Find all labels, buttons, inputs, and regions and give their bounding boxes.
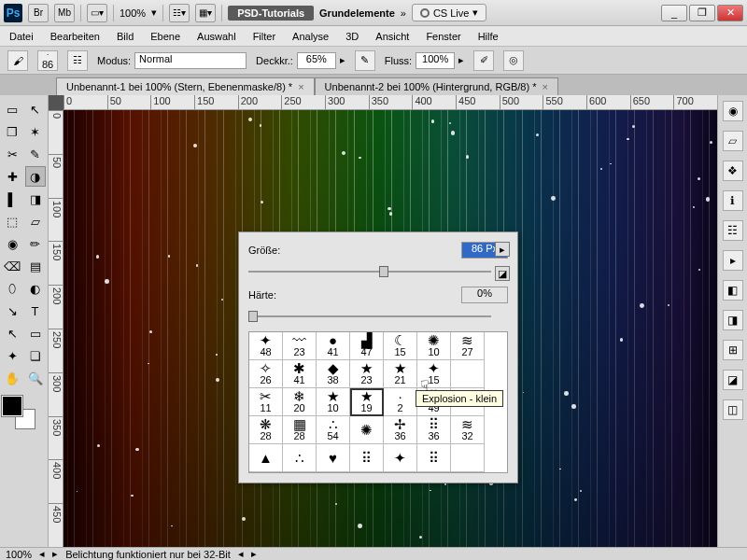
- tool-button[interactable]: ▭: [25, 323, 46, 343]
- close-tab-icon[interactable]: ×: [298, 81, 303, 92]
- brush-preset[interactable]: ✧26: [249, 360, 283, 388]
- brush-preset[interactable]: [451, 444, 485, 472]
- panel-icon[interactable]: ℹ: [723, 190, 743, 211]
- tool-button[interactable]: ⬚: [2, 211, 22, 231]
- size-slider[interactable]: [248, 264, 491, 279]
- panel-icon[interactable]: ☷: [723, 220, 743, 241]
- brush-preset[interactable]: ★21: [384, 360, 417, 388]
- tool-button[interactable]: ▱: [25, 211, 46, 231]
- brush-preset[interactable]: ≋32: [451, 416, 485, 444]
- color-swatches[interactable]: [2, 396, 35, 429]
- menu-bearbeiten[interactable]: Bearbeiten: [50, 31, 100, 42]
- tool-button[interactable]: ▌: [2, 189, 22, 209]
- brush-preset[interactable]: ✢36: [384, 416, 417, 444]
- brush-panel-toggle[interactable]: ☷: [67, 50, 88, 71]
- tool-button[interactable]: ↘: [2, 301, 22, 321]
- tool-button[interactable]: ❏: [25, 345, 46, 366]
- arrange-button[interactable]: ▦▾: [195, 4, 216, 22]
- new-preset-icon[interactable]: ◪: [495, 266, 510, 281]
- airbrush-icon[interactable]: ✐: [473, 50, 494, 71]
- tool-button[interactable]: ✎: [25, 144, 46, 164]
- brush-preset[interactable]: ∴: [283, 444, 317, 472]
- tool-button[interactable]: ↖: [2, 323, 22, 343]
- brush-preset[interactable]: ☾15: [384, 332, 417, 360]
- tool-button[interactable]: 🔍: [25, 368, 46, 388]
- opacity-input[interactable]: 65%: [297, 52, 336, 69]
- chevron-double-icon[interactable]: »: [401, 7, 406, 19]
- brush-preset[interactable]: ✱41: [283, 360, 317, 388]
- tool-button[interactable]: ✂: [2, 144, 22, 164]
- brush-preset[interactable]: ♥: [317, 444, 350, 472]
- tool-button[interactable]: T: [25, 301, 46, 321]
- brush-preset[interactable]: ▟47: [350, 332, 384, 360]
- brush-preset[interactable]: 〰23: [283, 332, 317, 360]
- brush-preset[interactable]: ·2: [384, 388, 417, 416]
- brush-preset[interactable]: ✺10: [417, 332, 451, 360]
- panel-icon[interactable]: ◧: [723, 280, 743, 301]
- brush-preset[interactable]: ✂11: [249, 388, 283, 416]
- cs-live-button[interactable]: CS Live▾: [412, 4, 487, 21]
- brush-preset-picker[interactable]: ·86: [37, 50, 58, 71]
- zoom-value[interactable]: 100%: [120, 7, 146, 19]
- brush-preset[interactable]: ❄20: [283, 388, 317, 416]
- tool-button[interactable]: ▭: [2, 99, 22, 119]
- tool-button[interactable]: ◨: [25, 189, 46, 209]
- menu-ansicht[interactable]: Ansicht: [375, 31, 409, 42]
- status-zoom[interactable]: 100%: [6, 549, 32, 560]
- document-tab[interactable]: Unbenannt-1 bei 100% (Stern, Ebenenmaske…: [56, 77, 315, 95]
- brush-preset[interactable]: ●41: [317, 332, 350, 360]
- menu-ebene[interactable]: Ebene: [150, 31, 180, 42]
- opacity-pressure-icon[interactable]: ✎: [355, 50, 375, 71]
- screen-mode-button[interactable]: ▭▾: [87, 4, 107, 22]
- tool-button[interactable]: ✋: [2, 368, 22, 388]
- mode-select[interactable]: Normal: [134, 52, 247, 69]
- menu-auswahl[interactable]: Auswahl: [197, 31, 236, 42]
- extras-button[interactable]: ☷▾: [169, 4, 190, 22]
- brush-preset[interactable]: ✦48: [249, 332, 283, 360]
- tool-button[interactable]: ▤: [25, 256, 46, 276]
- workspace-name[interactable]: Grundelemente: [319, 7, 395, 19]
- tool-button[interactable]: ✶: [25, 121, 46, 142]
- flow-input[interactable]: 100%: [416, 52, 455, 69]
- menu-analyse[interactable]: Analyse: [292, 31, 329, 42]
- panel-icon[interactable]: ◫: [723, 399, 743, 420]
- brush-preset[interactable]: [451, 360, 485, 388]
- close-button[interactable]: ✕: [717, 5, 743, 21]
- tool-preset-icon[interactable]: 🖌: [7, 50, 28, 71]
- brush-preset[interactable]: ∴54: [317, 416, 350, 444]
- brush-preset[interactable]: ⠿: [350, 444, 384, 472]
- brush-preset[interactable]: ◆38: [317, 360, 350, 388]
- minibridge-button[interactable]: Mb: [54, 4, 75, 22]
- panel-icon[interactable]: ▸: [723, 250, 743, 271]
- tool-button[interactable]: ⬯: [2, 278, 22, 299]
- panel-icon[interactable]: ◪: [723, 370, 743, 390]
- brush-preset[interactable]: ▲: [249, 444, 283, 472]
- menu-filter[interactable]: Filter: [253, 31, 275, 42]
- menu-datei[interactable]: Datei: [9, 31, 34, 42]
- brush-preset[interactable]: ✺: [350, 416, 384, 444]
- panel-icon[interactable]: ◉: [723, 101, 743, 121]
- tool-button[interactable]: ⌫: [2, 256, 22, 276]
- brush-preset[interactable]: ★19: [350, 388, 384, 416]
- hardness-input[interactable]: 0%: [461, 287, 508, 303]
- brush-preset[interactable]: ★10: [317, 388, 350, 416]
- menu-hilfe[interactable]: Hilfe: [478, 31, 499, 42]
- brush-preset[interactable]: ❋28: [249, 416, 283, 444]
- brush-preset[interactable]: ▦28: [283, 416, 317, 444]
- tool-button[interactable]: ◉: [2, 233, 22, 254]
- panel-icon[interactable]: ▱: [723, 131, 743, 151]
- tool-button[interactable]: ❐: [2, 121, 22, 142]
- close-tab-icon[interactable]: ×: [542, 81, 547, 92]
- panel-icon[interactable]: ⊞: [723, 340, 743, 360]
- tool-button[interactable]: ◑: [25, 166, 46, 187]
- brush-preset[interactable]: ⠿: [417, 444, 451, 472]
- menu-fenster[interactable]: Fenster: [426, 31, 460, 42]
- tool-button[interactable]: ✚: [2, 166, 22, 187]
- document-tab[interactable]: Unbenannt-2 bei 100% (Hintergrund, RGB/8…: [315, 77, 558, 95]
- hardness-slider[interactable]: [248, 309, 491, 324]
- flyout-menu-icon[interactable]: ▸: [495, 242, 510, 257]
- brush-preset[interactable]: ✦15: [417, 360, 451, 388]
- panel-icon[interactable]: ❖: [723, 161, 743, 181]
- brush-preset[interactable]: ★23: [350, 360, 384, 388]
- panel-icon[interactable]: ◨: [723, 310, 743, 330]
